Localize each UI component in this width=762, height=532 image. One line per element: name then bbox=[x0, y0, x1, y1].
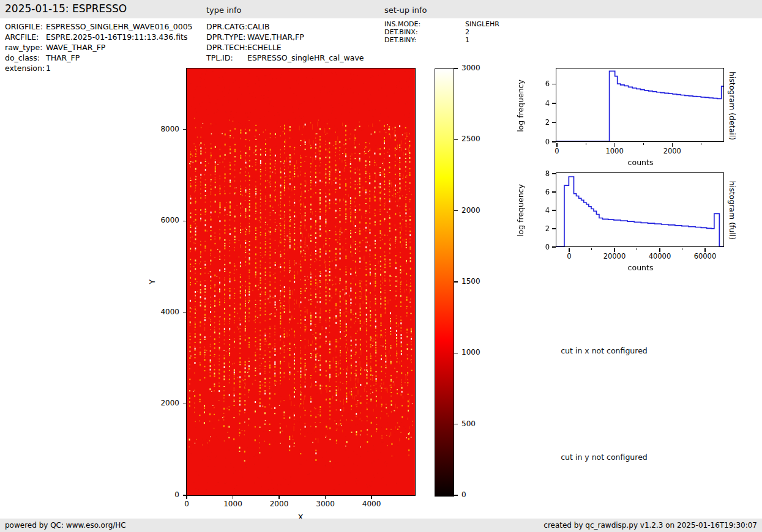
hist-full-ylabel: log frequency bbox=[516, 184, 525, 237]
raw-image-x-tick bbox=[186, 495, 187, 499]
hist-detail-y-tick bbox=[552, 103, 556, 103]
hist-full-x-tick bbox=[614, 248, 614, 252]
hist-full-x-minor-tick bbox=[591, 248, 592, 251]
setup-info-heading: set-up info bbox=[384, 6, 427, 15]
colorbar-tick bbox=[454, 353, 458, 353]
hist-full-x-tick-label: 60000 bbox=[694, 252, 717, 260]
footer-credit-right: created by qc_rawdisp.py v1.2.3 on 2025-… bbox=[543, 521, 757, 530]
hist-full-x-tick bbox=[704, 248, 705, 252]
footer-credit-left: powered by QC: www.eso.org/HC bbox=[5, 521, 126, 530]
type-info-label: DPR.CATG: bbox=[206, 21, 247, 32]
cut-y-note: cut in y not configured bbox=[561, 453, 648, 462]
hist-detail-x-tick bbox=[556, 143, 557, 147]
raw-image-y-tick-label: 6000 bbox=[144, 216, 179, 224]
colorbar-tick-label: 2000 bbox=[461, 206, 480, 215]
raw-image-y-tick bbox=[183, 404, 187, 404]
raw-image-canvas bbox=[187, 68, 415, 495]
setup-info-value: 2 bbox=[465, 28, 469, 36]
file-info-row: do_class:THAR_FP bbox=[5, 53, 193, 63]
page-title: 2025-01-15: ESPRESSO bbox=[5, 2, 127, 15]
hist-detail-y-tick bbox=[552, 141, 556, 142]
file-info-block: ORIGFILE:ESPRESSO_SINGLEHR_WAVE016_0005A… bbox=[5, 21, 193, 73]
colorbar-tick-label: 1500 bbox=[461, 277, 480, 286]
file-info-label: do_class: bbox=[5, 53, 46, 63]
hist-full-x-tick-label: 20000 bbox=[603, 252, 626, 260]
type-info-row: TPL.ID:ESPRESSO_singleHR_cal_wave bbox=[206, 53, 364, 63]
colorbar-tick bbox=[454, 495, 458, 495]
hist-detail-right-label: histogram (detail) bbox=[728, 71, 737, 139]
setup-info-row: DET.BINX:2 bbox=[384, 28, 499, 36]
hist-detail-x-tick bbox=[672, 143, 673, 147]
hist-full-x-tick-label: 40000 bbox=[649, 252, 671, 260]
file-info-label: extension: bbox=[5, 63, 46, 73]
file-info-value: 1 bbox=[46, 64, 51, 73]
qc-report-page: 2025-01-15: ESPRESSO type info set-up in… bbox=[0, 0, 762, 532]
hist-detail-x-tick-label: 1000 bbox=[605, 147, 623, 155]
colorbar-tick-label: 0 bbox=[461, 490, 466, 499]
file-info-label: ARCFILE: bbox=[5, 32, 46, 42]
hist-detail-y-tick-label: 2 bbox=[529, 118, 550, 127]
raw-image-x-tick bbox=[371, 495, 372, 499]
type-info-value: WAVE,THAR,FP bbox=[247, 32, 304, 42]
setup-info-row: DET.BINY:1 bbox=[384, 36, 499, 44]
hist-full-x-tick bbox=[569, 248, 569, 252]
colorbar-tick-label: 2500 bbox=[461, 135, 480, 143]
raw-image-y-tick bbox=[183, 129, 187, 130]
raw-image-y-tick bbox=[183, 221, 187, 221]
hist-full-y-tick-label: 6 bbox=[529, 188, 550, 196]
hist-detail-x-tick-label: 0 bbox=[555, 147, 559, 155]
raw-image-x-tick-label: 2000 bbox=[270, 500, 289, 508]
setup-info-label: INS.MODE: bbox=[384, 20, 465, 28]
hist-detail-x-minor-tick bbox=[586, 143, 586, 146]
raw-image-x-tick-label: 1000 bbox=[223, 500, 242, 508]
colorbar-tick bbox=[454, 210, 458, 211]
raw-image-x-tick-label: 4000 bbox=[362, 500, 381, 508]
file-info-row: ARCFILE:ESPRE.2025-01-16T19:11:13.436.fi… bbox=[5, 32, 193, 42]
colorbar-tick-label: 500 bbox=[461, 419, 476, 428]
type-info-label: TPL.ID: bbox=[206, 53, 247, 63]
hist-detail-y-tick-label: 6 bbox=[529, 79, 550, 88]
hist-full-canvas bbox=[556, 173, 723, 246]
type-info-value: CALIB bbox=[247, 22, 270, 31]
file-info-value: ESPRE.2025-01-16T19:11:13.436.fits bbox=[46, 32, 187, 42]
raw-image-y-tick-label: 4000 bbox=[144, 308, 179, 316]
hist-detail-xlabel: counts bbox=[628, 158, 654, 167]
colorbar-tick bbox=[454, 424, 458, 424]
colorbar-tick bbox=[454, 281, 458, 282]
raw-image-y-tick bbox=[183, 312, 187, 312]
hist-full-y-tick bbox=[552, 173, 556, 174]
type-info-value: ESPRESSO_singleHR_cal_wave bbox=[247, 53, 364, 62]
hist-detail-frame bbox=[556, 68, 724, 142]
hist-full-y-tick-label: 8 bbox=[529, 169, 550, 178]
type-info-heading: type info bbox=[206, 6, 242, 15]
setup-info-block: INS.MODE:SINGLEHRDET.BINX:2DET.BINY:1 bbox=[384, 20, 499, 44]
hist-full-y-tick bbox=[552, 191, 556, 192]
hist-detail-ylabel: log frequency bbox=[516, 79, 525, 132]
raw-image-x-tick-label: 3000 bbox=[316, 500, 335, 508]
hist-detail-y-tick-label: 4 bbox=[529, 99, 550, 108]
colorbar bbox=[435, 68, 454, 497]
raw-image-x-tick bbox=[278, 495, 279, 499]
type-info-value: ECHELLE bbox=[247, 43, 282, 52]
colorbar-tick bbox=[454, 68, 458, 68]
raw-image-y-tick-label: 2000 bbox=[144, 399, 179, 407]
raw-image-y-tick-label: 8000 bbox=[144, 125, 179, 133]
raw-image-x-tick-label: 0 bbox=[184, 500, 189, 508]
file-info-value: ESPRESSO_SINGLEHR_WAVE016_0005 bbox=[46, 22, 193, 31]
hist-full-y-tick bbox=[552, 228, 556, 229]
type-info-label: DPR.TECH: bbox=[206, 42, 247, 53]
setup-info-value: 1 bbox=[465, 36, 469, 44]
file-info-value: WAVE_THAR_FP bbox=[46, 43, 105, 52]
hist-detail-y-tick-label: 0 bbox=[529, 138, 550, 146]
file-info-row: ORIGFILE:ESPRESSO_SINGLEHR_WAVE016_0005 bbox=[5, 21, 193, 32]
hist-full-right-label: histogram (full) bbox=[728, 181, 737, 240]
hist-full-y-tick-label: 4 bbox=[529, 206, 550, 215]
hist-detail-canvas bbox=[556, 68, 723, 141]
hist-full-y-tick bbox=[552, 246, 556, 247]
file-info-row: raw_type:WAVE_THAR_FP bbox=[5, 42, 193, 53]
type-info-row: DPR.TYPE:WAVE,THAR,FP bbox=[206, 32, 364, 42]
file-info-value: THAR_FP bbox=[46, 53, 80, 62]
colorbar-tick-label: 1000 bbox=[461, 348, 480, 357]
hist-full-y-tick-label: 2 bbox=[529, 224, 550, 233]
type-info-label: DPR.TYPE: bbox=[206, 32, 247, 42]
